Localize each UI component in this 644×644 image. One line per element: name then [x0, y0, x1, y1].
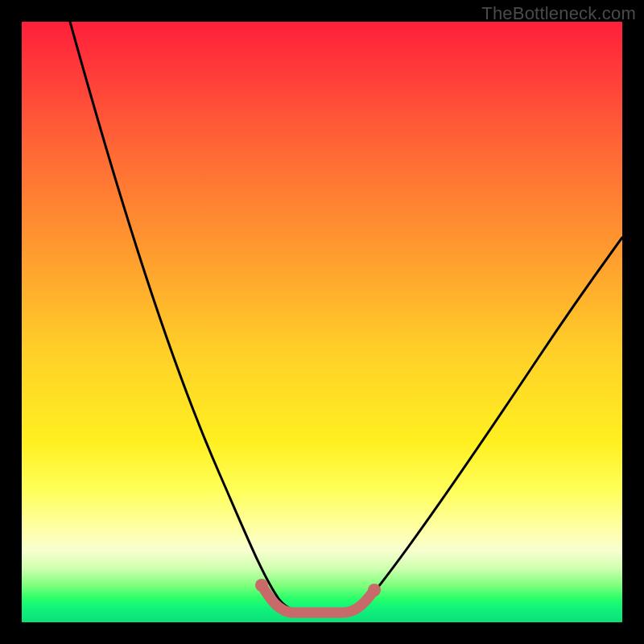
optimal-range-endpoint-right — [368, 584, 381, 597]
optimal-range-endpoint-left — [255, 579, 268, 592]
chart-plot-area — [22, 22, 622, 622]
bottleneck-curve — [70, 22, 622, 612]
chart-svg — [22, 22, 622, 622]
watermark-text: TheBottleneck.com — [481, 3, 636, 24]
